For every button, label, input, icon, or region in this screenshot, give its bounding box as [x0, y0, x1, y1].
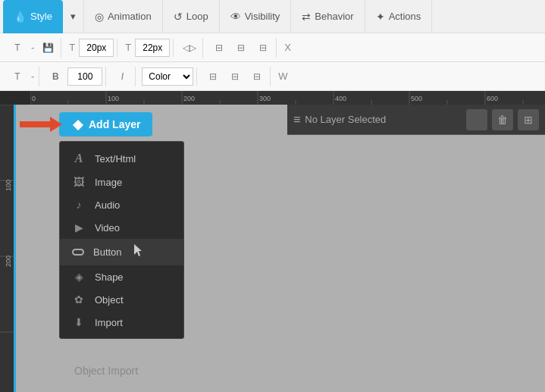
line-height-icon: T [124, 42, 133, 53]
save-button[interactable]: 💾 [38, 38, 58, 58]
tab-visibility-label: Visibility [245, 11, 280, 22]
text-T2-button[interactable]: T [8, 67, 27, 86]
menu-item-button[interactable]: Button [60, 239, 183, 265]
arrow-head [50, 117, 62, 132]
arrow-container [20, 117, 62, 132]
svg-rect-29 [73, 120, 83, 130]
button-icon [72, 249, 84, 256]
actions-icon: ✦ [376, 11, 385, 23]
tab-loop-label: Loop [186, 11, 208, 22]
more-icon: ⊞ [524, 114, 533, 126]
align-center-button[interactable]: ⊟ [231, 38, 251, 58]
style-icon: 💧 [14, 11, 27, 23]
svg-text:100: 100 [108, 95, 119, 102]
font-size-input[interactable] [79, 39, 114, 57]
x-label: X [283, 42, 293, 53]
tab-dropdown-arrow[interactable]: ▾ [63, 0, 84, 33]
tab-actions-label: Actions [389, 11, 421, 22]
font-weight-input[interactable] [67, 67, 102, 86]
tab-animation[interactable]: ◎ Animation [84, 0, 163, 33]
menu-item-shape-label: Shape [95, 271, 124, 283]
color-group: Color [139, 67, 197, 86]
bold-button[interactable]: B [45, 67, 65, 86]
svg-marker-30 [134, 244, 142, 256]
font-group: T - 💾 [5, 38, 61, 58]
ruler-v-svg: 100 200 [0, 105, 14, 392]
add-layer-container: Add Layer A Text/Html 🖼 Image ♪ Audio ▶ [59, 112, 152, 136]
layer-more-button[interactable]: ⊞ [518, 109, 539, 130]
align-group2: ⊟ ⊟ ⊟ [200, 67, 271, 86]
align-right-button[interactable]: ⊟ [253, 38, 273, 58]
shape-icon: ◈ [72, 271, 86, 283]
dropdown-chevron-icon: ▾ [70, 11, 76, 22]
animation-icon: ◎ [95, 11, 104, 23]
behavior-icon: ⇄ [302, 11, 311, 23]
arrow-left-button[interactable]: ◁▷ [180, 38, 199, 58]
ruler-h-svg: 0 100 200 300 400 500 600 [30, 91, 545, 105]
tab-loop[interactable]: ↺ Loop [163, 0, 220, 33]
w-group: W [274, 71, 292, 82]
toolbar-row-1: T - 💾 T T ◁▷ ⊟ ⊟ ⊟ X [0, 33, 545, 62]
menu-item-text-html-label: Text/Html [95, 153, 136, 165]
loop-icon: ↺ [174, 11, 183, 23]
tab-behavior[interactable]: ⇄ Behavior [291, 0, 365, 33]
text-group2: T - [5, 67, 39, 86]
save-icon: 💾 [42, 42, 54, 53]
menu-item-import[interactable]: ⬇ Import [60, 311, 183, 334]
menu-item-object[interactable]: ✿ Object [60, 288, 183, 311]
bold-icon: B [52, 71, 59, 82]
svg-text:300: 300 [259, 95, 271, 102]
menu-item-text-html[interactable]: A Text/Html [60, 146, 183, 171]
arrow-group: ◁▷ [177, 38, 203, 58]
svg-text:200: 200 [5, 256, 12, 267]
line-height-input[interactable] [135, 39, 170, 57]
align-left2-button[interactable]: ⊟ [203, 67, 223, 86]
menu-item-shape[interactable]: ◈ Shape [60, 265, 183, 288]
svg-text:600: 600 [487, 95, 498, 102]
ruler-h-marks: 0 100 200 300 400 500 600 [30, 91, 545, 105]
separator2: - [30, 71, 36, 82]
svg-rect-22 [0, 105, 14, 392]
bold-group: B [42, 67, 106, 86]
svg-text:400: 400 [335, 95, 346, 102]
svg-text:0: 0 [32, 95, 36, 102]
menu-item-video[interactable]: ▶ Video [60, 216, 183, 239]
svg-text:500: 500 [411, 95, 422, 102]
align-right2-button[interactable]: ⊟ [247, 67, 267, 86]
tab-visibility[interactable]: 👁 Visibility [220, 0, 292, 33]
menu-item-image[interactable]: 🖼 Image [60, 171, 183, 193]
align-left-button[interactable]: ⊟ [209, 38, 229, 58]
audio-icon: ♪ [72, 199, 86, 211]
color-select[interactable]: Color [142, 67, 193, 86]
tab-actions[interactable]: ✦ Actions [365, 0, 433, 33]
canvas-area[interactable]: Add Layer A Text/Html 🖼 Image ♪ Audio ▶ [14, 105, 545, 392]
menu-item-image-label: Image [95, 177, 122, 188]
top-nav: 💧 Style ▾ ◎ Animation ↺ Loop 👁 Visibilit… [0, 0, 545, 33]
vertical-ruler: 100 200 [0, 105, 14, 392]
menu-item-object-label: Object [95, 294, 124, 306]
trash-icon: 🗑 [497, 114, 508, 126]
layer-color-button[interactable] [466, 109, 487, 130]
canvas-edge-indicator [14, 105, 16, 392]
menu-item-audio[interactable]: ♪ Audio [60, 193, 183, 216]
layer-menu-icon[interactable]: ≡ [293, 113, 300, 127]
image-icon: 🖼 [72, 176, 86, 188]
menu-item-video-label: Video [95, 222, 120, 234]
layer-header: ≡ No Layer Selected 🗑 ⊞ [287, 105, 545, 135]
add-layer-label: Add Layer [89, 118, 140, 130]
add-layer-button[interactable]: Add Layer [59, 112, 152, 136]
object-import-label: Object Import [74, 365, 138, 377]
layer-delete-button[interactable]: 🗑 [492, 109, 513, 130]
tab-style[interactable]: 💧 Style [3, 0, 63, 33]
tab-style-label: Style [30, 11, 52, 22]
italic-icon: I [121, 71, 124, 82]
menu-item-import-label: Import [95, 317, 123, 328]
layer-placeholder: No Layer Selected [305, 114, 462, 125]
text-T2-icon: T [14, 71, 20, 82]
x-group: X [280, 42, 296, 53]
text-html-icon: A [72, 152, 86, 165]
font-separator: - [30, 42, 36, 53]
font-family-button[interactable]: T [8, 38, 27, 58]
align-center2-button[interactable]: ⊟ [225, 67, 245, 86]
italic-button[interactable]: I [112, 67, 132, 86]
